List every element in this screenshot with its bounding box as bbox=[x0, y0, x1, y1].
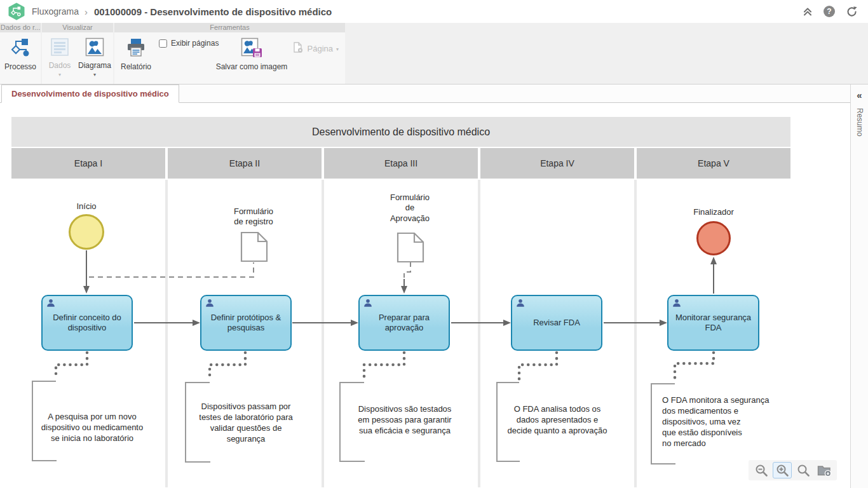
dados-icon bbox=[50, 37, 69, 59]
task-label: Revisar FDA bbox=[533, 318, 580, 328]
pagina-button[interactable]: Página ▾ bbox=[292, 41, 339, 56]
ribbon-group-ferramentas: Ferramentas bbox=[114, 23, 345, 32]
task-label: Preparar para aprovação bbox=[366, 313, 442, 334]
document-label: Formulário de Aprovação bbox=[369, 193, 451, 224]
zoom-out-button[interactable] bbox=[752, 462, 771, 478]
dropdown-caret-icon: ▾ bbox=[58, 72, 61, 78]
processo-icon bbox=[10, 37, 31, 60]
zoom-toolbar bbox=[749, 460, 837, 480]
diagrama-button[interactable]: Diagrama ▾ bbox=[78, 37, 112, 78]
annotation-text: O FDA analisa todos os dados apresentado… bbox=[498, 404, 616, 437]
refresh-icon[interactable] bbox=[846, 6, 858, 18]
dropdown-caret-icon: ▾ bbox=[93, 72, 96, 78]
annotation-text: Dispositivos são testados em pessoas par… bbox=[346, 404, 464, 437]
salvar-como-imagem-icon bbox=[241, 37, 262, 60]
exibir-paginas-checkbox[interactable] bbox=[159, 39, 167, 48]
help-icon[interactable]: ? bbox=[824, 6, 835, 17]
ribbon-body-ferramentas: Relatório Exibir páginas bbox=[114, 32, 345, 84]
breadcrumb-chevron-icon: › bbox=[85, 6, 88, 17]
task-monitorar-seguranca[interactable]: Monitorar segurança FDA bbox=[667, 295, 759, 351]
tab-desenvolvimento[interactable]: Desenvolvimento de dispositivo médico bbox=[1, 85, 179, 103]
open-diagram-button[interactable] bbox=[815, 462, 834, 478]
relatorio-button[interactable]: Relatório bbox=[117, 37, 155, 72]
diagram-viewport: Desenvolvimento de dispositivo médico Et… bbox=[0, 103, 850, 487]
task-definir-prototipos[interactable]: Definir protótipos & pesquisas bbox=[200, 295, 292, 351]
start-event[interactable] bbox=[69, 214, 104, 250]
task-label: Definir protótipos & pesquisas bbox=[208, 313, 284, 334]
annotation-text: A pesquisa por um novo dispositivo ou me… bbox=[33, 412, 151, 444]
document-label: Formulário de registro bbox=[212, 207, 295, 227]
expand-panel-icon[interactable]: « bbox=[857, 90, 862, 100]
ribbon-group-visualizar: Visualizar bbox=[42, 23, 113, 32]
summary-side-panel: « Resumo bbox=[850, 85, 868, 488]
top-bar: Fluxograma › 001000009 - Desenvolvimento… bbox=[0, 0, 868, 23]
person-icon bbox=[516, 299, 525, 310]
zoom-button[interactable] bbox=[794, 462, 813, 478]
end-event[interactable] bbox=[696, 221, 731, 255]
exibir-paginas-label: Exibir páginas bbox=[171, 39, 219, 48]
document-registro[interactable] bbox=[240, 231, 268, 265]
pagina-icon bbox=[292, 41, 304, 56]
annotation-text: O FDA monitora a segurança dos medicamen… bbox=[662, 395, 792, 449]
person-icon bbox=[672, 299, 681, 310]
app-logo-icon bbox=[8, 3, 25, 20]
processo-button[interactable]: Processo bbox=[0, 37, 41, 72]
diagram-canvas: Desenvolvimento de dispositivo médico Et… bbox=[11, 117, 790, 487]
ribbon-group-dados-do-registro: Dados do r... bbox=[0, 23, 41, 32]
task-preparar-aprovacao[interactable]: Preparar para aprovação bbox=[358, 295, 450, 351]
task-definir-conceito[interactable]: Definir conceito do dispositivo bbox=[41, 295, 133, 351]
person-icon bbox=[205, 299, 214, 310]
exibir-paginas-row: Exibir páginas bbox=[159, 39, 219, 48]
document-aprovacao[interactable] bbox=[397, 232, 424, 266]
zoom-in-button[interactable] bbox=[773, 462, 792, 478]
tab-strip: Desenvolvimento de dispositivo médico bbox=[0, 85, 850, 103]
topbar-actions: ? bbox=[803, 0, 858, 23]
collapse-ribbon-icon[interactable] bbox=[803, 6, 813, 17]
summary-panel-tab[interactable]: Resumo bbox=[855, 108, 864, 137]
end-event-label: Finalizador bbox=[672, 207, 755, 217]
annotation-text: Dispositivos passam por testes de labora… bbox=[187, 402, 305, 445]
app-window: Fluxograma › 001000009 - Desenvolvimento… bbox=[0, 0, 868, 488]
person-icon bbox=[363, 299, 372, 310]
dropdown-caret-icon: ▾ bbox=[336, 46, 339, 52]
task-label: Monitorar segurança FDA bbox=[675, 313, 752, 334]
dados-button[interactable]: Dados ▾ bbox=[44, 37, 75, 78]
task-label: Definir conceito do dispositivo bbox=[49, 313, 125, 334]
ribbon-body-dados: Processo bbox=[0, 32, 41, 84]
person-icon bbox=[46, 299, 55, 310]
relatorio-icon bbox=[126, 37, 146, 60]
start-event-label: Início bbox=[45, 201, 128, 211]
salvar-como-imagem-button[interactable]: Salvar como imagem bbox=[215, 37, 288, 72]
breadcrumb-app[interactable]: Fluxograma bbox=[32, 6, 79, 17]
ribbon-body-visualizar: Dados ▾ Diagrama ▾ bbox=[42, 32, 113, 84]
ribbon: Dados do r... Visualizar Ferramentas Pro… bbox=[0, 23, 868, 85]
task-revisar-fda[interactable]: Revisar FDA bbox=[511, 295, 602, 351]
page-title: 001000009 - Desenvolvimento de dispositi… bbox=[94, 6, 332, 17]
diagrama-icon bbox=[85, 37, 104, 59]
